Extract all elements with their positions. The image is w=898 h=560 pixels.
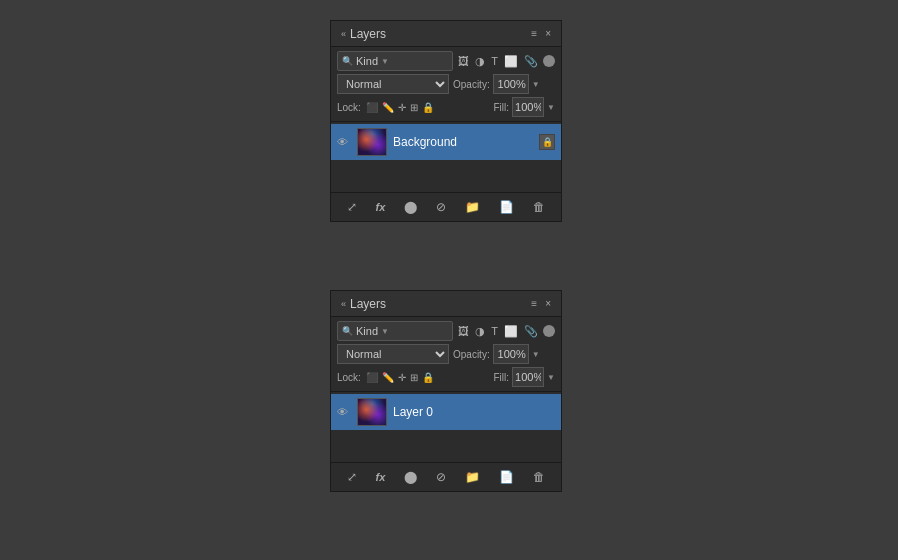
panel-controls-1: 🔍 Kind ▼ 🖼 ◑ T ⬜ 📎 Normal Multiply Scree…: [331, 47, 561, 122]
opacity-arrow-2[interactable]: ▼: [532, 350, 540, 359]
filter-row-2: 🔍 Kind ▼ 🖼 ◑ T ⬜ 📎: [337, 321, 555, 341]
shape-filter-icon-2[interactable]: ⬜: [503, 324, 519, 339]
close-icon-2[interactable]: ×: [543, 297, 553, 310]
link-styles-icon-1[interactable]: ⤢: [344, 198, 360, 216]
search-box-1[interactable]: 🔍 Kind ▼: [337, 51, 453, 71]
new-group-icon-1[interactable]: 📁: [462, 198, 483, 216]
fill-label-2: Fill:: [494, 372, 510, 383]
filter-icons-1: 🖼 ◑ T ⬜ 📎: [457, 54, 555, 69]
fill-input-2[interactable]: [512, 367, 544, 387]
panel-title-2: Layers: [350, 297, 386, 311]
fill-group-1: Fill: ▼: [494, 97, 555, 117]
kind-label-1: Kind: [356, 55, 378, 67]
layer-thumb-layer0: [357, 398, 387, 426]
smart-filter-icon-2[interactable]: 📎: [523, 324, 539, 339]
visibility-icon-layer0[interactable]: 👁: [337, 406, 351, 418]
filter-row-1: 🔍 Kind ▼ 🖼 ◑ T ⬜ 📎: [337, 51, 555, 71]
layers-list-1: 👁 Background 🔒: [331, 122, 561, 192]
collapse-icon-2[interactable]: «: [339, 298, 346, 310]
menu-icon-1[interactable]: ≡: [529, 27, 539, 40]
type-filter-icon-1[interactable]: T: [490, 54, 499, 68]
panel-footer-1: ⤢ fx ⬤ ⊘ 📁 📄 🗑: [331, 192, 561, 221]
opacity-input-2[interactable]: [493, 344, 529, 364]
fx-button-1[interactable]: fx: [373, 199, 389, 215]
panel-header-1: « Layers ≡ ×: [331, 21, 561, 47]
new-layer-icon-1[interactable]: 📄: [496, 198, 517, 216]
shape-filter-icon-1[interactable]: ⬜: [503, 54, 519, 69]
blend-row-1: Normal Multiply Screen Overlay Opacity: …: [337, 74, 555, 94]
fill-input-1[interactable]: [512, 97, 544, 117]
link-styles-icon-2[interactable]: ⤢: [344, 468, 360, 486]
opacity-group-2: Opacity: ▼: [453, 344, 555, 364]
smart-filter-icon-1[interactable]: 📎: [523, 54, 539, 69]
filter-icons-2: 🖼 ◑ T ⬜ 📎: [457, 324, 555, 339]
image-filter-icon-2[interactable]: 🖼: [457, 324, 470, 338]
lock-icons-1: ⬛ ✏️ ✛ ⊞ 🔒: [366, 102, 489, 113]
filter-toggle-1[interactable]: [543, 55, 555, 67]
fill-label-1: Fill:: [494, 102, 510, 113]
panel-title-1: Layers: [350, 27, 386, 41]
opacity-arrow-1[interactable]: ▼: [532, 80, 540, 89]
lock-label-1: Lock:: [337, 102, 361, 113]
panel-header-2: « Layers ≡ ×: [331, 291, 561, 317]
lock-all-icon-1[interactable]: 🔒: [422, 102, 434, 113]
menu-icon-2[interactable]: ≡: [529, 297, 539, 310]
opacity-input-1[interactable]: [493, 74, 529, 94]
image-filter-icon-1[interactable]: 🖼: [457, 54, 470, 68]
lock-row-1: Lock: ⬛ ✏️ ✛ ⊞ 🔒 Fill: ▼: [337, 97, 555, 117]
close-icon-1[interactable]: ×: [543, 27, 553, 40]
new-fill-icon-1[interactable]: ⊘: [433, 198, 449, 216]
blend-row-2: Normal Multiply Screen Overlay Opacity: …: [337, 344, 555, 364]
fill-group-2: Fill: ▼: [494, 367, 555, 387]
delete-layer-icon-2[interactable]: 🗑: [530, 468, 548, 486]
fill-arrow-2[interactable]: ▼: [547, 373, 555, 382]
adjustment-filter-icon-1[interactable]: ◑: [474, 54, 486, 69]
delete-layer-icon-1[interactable]: 🗑: [530, 198, 548, 216]
layers-panel-2: « Layers ≡ × 🔍 Kind ▼ 🖼 ◑ T ⬜ 📎: [330, 290, 562, 492]
fx-button-2[interactable]: fx: [373, 469, 389, 485]
add-mask-icon-2[interactable]: ⬤: [401, 468, 420, 486]
opacity-label-2: Opacity:: [453, 349, 490, 360]
layers-list-2: 👁 Layer 0: [331, 392, 561, 462]
panel-controls-2: 🔍 Kind ▼ 🖼 ◑ T ⬜ 📎 Normal Multiply Scree…: [331, 317, 561, 392]
adjustment-filter-icon-2[interactable]: ◑: [474, 324, 486, 339]
opacity-label-1: Opacity:: [453, 79, 490, 90]
layer-lock-badge-background[interactable]: 🔒: [539, 134, 555, 150]
panel-header-right-1: ≡ ×: [529, 27, 553, 40]
new-layer-icon-2[interactable]: 📄: [496, 468, 517, 486]
type-filter-icon-2[interactable]: T: [490, 324, 499, 338]
filter-toggle-2[interactable]: [543, 325, 555, 337]
blend-mode-select-1[interactable]: Normal Multiply Screen Overlay: [337, 74, 449, 94]
lock-artboard-icon-1[interactable]: ⊞: [410, 102, 418, 113]
layer-thumb-inner-layer0: [358, 399, 386, 425]
search-box-2[interactable]: 🔍 Kind ▼: [337, 321, 453, 341]
lock-move-icon-2[interactable]: ✛: [398, 372, 406, 383]
lock-move-icon-1[interactable]: ✛: [398, 102, 406, 113]
layers-panel-1: « Layers ≡ × 🔍 Kind ▼ 🖼 ◑ T ⬜ 📎: [330, 20, 562, 222]
lock-transparent-icon-2[interactable]: ⬛: [366, 372, 378, 383]
lock-transparent-icon-1[interactable]: ⬛: [366, 102, 378, 113]
add-mask-icon-1[interactable]: ⬤: [401, 198, 420, 216]
layer-name-background: Background: [393, 135, 533, 149]
layer-item-background[interactable]: 👁 Background 🔒: [331, 124, 561, 160]
lock-icons-2: ⬛ ✏️ ✛ ⊞ 🔒: [366, 372, 489, 383]
layer-thumb-inner-background: [358, 129, 386, 155]
search-icon-1: 🔍: [342, 56, 353, 66]
fill-arrow-1[interactable]: ▼: [547, 103, 555, 112]
layer-thumb-background: [357, 128, 387, 156]
lock-paint-icon-2[interactable]: ✏️: [382, 372, 394, 383]
new-group-icon-2[interactable]: 📁: [462, 468, 483, 486]
panel-header-left-1: « Layers: [339, 27, 386, 41]
lock-all-icon-2[interactable]: 🔒: [422, 372, 434, 383]
kind-label-2: Kind: [356, 325, 378, 337]
blend-mode-select-2[interactable]: Normal Multiply Screen Overlay: [337, 344, 449, 364]
panel-header-right-2: ≡ ×: [529, 297, 553, 310]
kind-arrow-1: ▼: [381, 57, 389, 66]
lock-artboard-icon-2[interactable]: ⊞: [410, 372, 418, 383]
panel-header-left-2: « Layers: [339, 297, 386, 311]
new-fill-icon-2[interactable]: ⊘: [433, 468, 449, 486]
visibility-icon-background[interactable]: 👁: [337, 136, 351, 148]
collapse-icon-1[interactable]: «: [339, 28, 346, 40]
layer-item-layer0[interactable]: 👁 Layer 0: [331, 394, 561, 430]
lock-paint-icon-1[interactable]: ✏️: [382, 102, 394, 113]
